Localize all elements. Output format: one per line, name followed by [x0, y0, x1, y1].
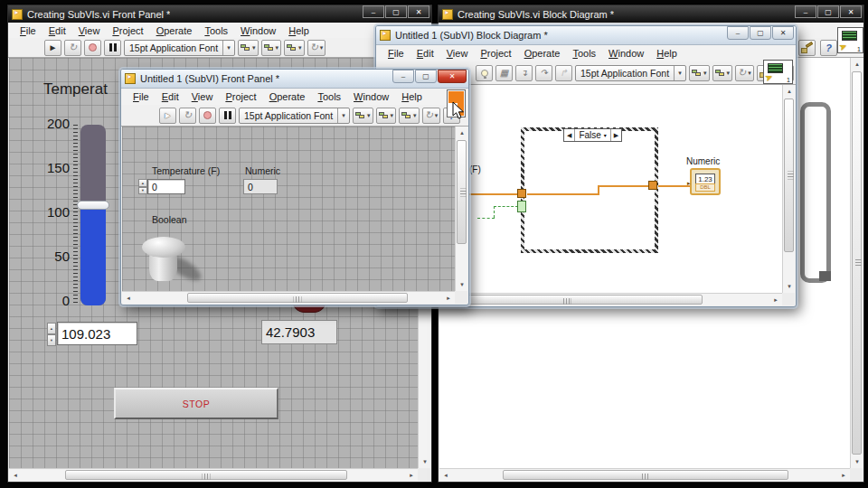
- resize-grip[interactable]: [850, 468, 863, 481]
- menu-project[interactable]: Project: [106, 25, 149, 36]
- titlebar[interactable]: Creating SubVIs.vi Block Diagram *: [439, 5, 863, 23]
- temperature-spinner[interactable]: ▴▾: [138, 179, 147, 194]
- titlebar[interactable]: Creating SubVIs.vi Front Panel *: [8, 5, 431, 23]
- distribute-objects-dropdown[interactable]: ▾: [376, 108, 397, 124]
- menu-window[interactable]: Window: [602, 48, 650, 59]
- numeric-indicator-terminal[interactable]: ▸ 1.23 DBL: [690, 168, 721, 195]
- reorder-dropdown[interactable]: ▾: [307, 40, 326, 56]
- step-over-button[interactable]: [535, 65, 552, 81]
- minimize-icon[interactable]: [363, 5, 384, 18]
- temperature-control[interactable]: 0: [147, 179, 185, 194]
- vi-connector-icon[interactable]: ➤ 1: [763, 60, 793, 84]
- case-selector[interactable]: ◀ False▾ ▶: [563, 128, 622, 142]
- menu-edit[interactable]: Edit: [410, 48, 440, 59]
- minimize-icon[interactable]: [727, 26, 749, 40]
- menu-help[interactable]: Help: [650, 48, 684, 59]
- font-selector[interactable]: 15pt Application Font▾: [124, 40, 235, 56]
- align-objects-dropdown[interactable]: ▾: [689, 65, 710, 81]
- menu-project[interactable]: Project: [474, 48, 517, 59]
- pause-button[interactable]: [104, 40, 121, 56]
- menu-tools[interactable]: Tools: [198, 25, 234, 36]
- numeric-spinner[interactable]: ▴▾: [47, 323, 56, 346]
- boolean-input-tunnel[interactable]: [517, 201, 526, 212]
- boolean-push-button[interactable]: [142, 237, 223, 291]
- abort-button[interactable]: [84, 40, 101, 56]
- close-icon[interactable]: [438, 70, 467, 83]
- menu-help[interactable]: Help: [282, 25, 316, 36]
- horizontal-scrollbar[interactable]: ◂ ▸: [9, 468, 418, 481]
- maximize-icon[interactable]: [385, 5, 407, 18]
- abort-button[interactable]: [199, 108, 216, 124]
- reorder-dropdown[interactable]: ▾: [735, 65, 754, 81]
- resize-objects-dropdown[interactable]: ▾: [399, 108, 420, 124]
- distribute-objects-dropdown[interactable]: ▾: [261, 40, 282, 56]
- run-continuous-button[interactable]: [64, 40, 81, 56]
- resize-objects-dropdown[interactable]: ▾: [284, 40, 305, 56]
- case-input-tunnel[interactable]: [517, 189, 526, 198]
- retain-wire-values-button[interactable]: [495, 65, 513, 81]
- slider-handle[interactable]: [77, 201, 109, 210]
- cleanup-diagram-button[interactable]: [798, 40, 816, 56]
- align-objects-dropdown[interactable]: ▾: [238, 40, 259, 56]
- maximize-icon[interactable]: [817, 5, 839, 18]
- case-output-tunnel[interactable]: [648, 181, 657, 190]
- menu-edit[interactable]: Edit: [156, 91, 185, 102]
- menu-tools[interactable]: Tools: [311, 91, 347, 102]
- menu-view[interactable]: View: [440, 48, 475, 59]
- reorder-dropdown[interactable]: ▾: [422, 108, 441, 124]
- vertical-scrollbar[interactable]: ▴ ▾: [455, 127, 467, 291]
- vertical-scrollbar[interactable]: ▴ ▾: [850, 58, 863, 468]
- run-continuous-button[interactable]: [179, 108, 196, 124]
- temperature-value-control[interactable]: 109.023: [57, 322, 137, 345]
- menu-file[interactable]: File: [382, 48, 410, 59]
- minimize-icon[interactable]: [795, 5, 816, 18]
- previous-case-icon[interactable]: ◀: [564, 132, 574, 139]
- resize-grip[interactable]: [782, 293, 795, 305]
- menu-window[interactable]: Window: [234, 25, 282, 36]
- distribute-objects-dropdown[interactable]: ▾: [712, 65, 733, 81]
- mouse-cursor: [452, 101, 466, 120]
- pause-button[interactable]: [219, 108, 236, 124]
- vi-connector-icon[interactable]: ➤ 1: [837, 27, 863, 53]
- minimize-icon[interactable]: [392, 70, 414, 83]
- horizontal-scrollbar[interactable]: ◂ ▸: [122, 291, 455, 304]
- font-selector[interactable]: 15pt Application Font▾: [239, 108, 350, 124]
- labview-icon: [380, 30, 391, 41]
- menu-help[interactable]: Help: [395, 91, 429, 102]
- titlebar[interactable]: Untitled 1 (SubVI) Front Panel *: [121, 70, 468, 89]
- menu-project[interactable]: Project: [219, 91, 262, 102]
- font-selector[interactable]: 15pt Application Font▾: [575, 65, 686, 81]
- menu-view[interactable]: View: [72, 25, 107, 36]
- close-icon[interactable]: [408, 5, 429, 18]
- menu-operate[interactable]: Operate: [263, 91, 312, 102]
- menu-file[interactable]: File: [14, 25, 42, 36]
- menu-operate[interactable]: Operate: [150, 25, 199, 36]
- close-icon[interactable]: [840, 5, 862, 18]
- maximize-icon[interactable]: [415, 70, 437, 83]
- vertical-scrollbar[interactable]: ▴ ▾: [782, 85, 795, 293]
- resize-grip[interactable]: [455, 291, 467, 304]
- maximize-icon[interactable]: [750, 26, 771, 40]
- highlight-execution-button[interactable]: [476, 65, 493, 81]
- close-icon[interactable]: [772, 26, 794, 40]
- menu-window[interactable]: Window: [347, 91, 395, 102]
- step-into-button[interactable]: [515, 65, 533, 81]
- temperature-slider[interactable]: [80, 125, 106, 305]
- menu-tools[interactable]: Tools: [566, 48, 602, 59]
- horizontal-scrollbar[interactable]: ◂ ▸: [439, 468, 850, 481]
- stop-button[interactable]: STOP: [114, 388, 278, 419]
- run-button[interactable]: [159, 108, 176, 124]
- run-button[interactable]: [44, 40, 61, 56]
- align-objects-dropdown[interactable]: ▾: [353, 108, 373, 124]
- menu-operate[interactable]: Operate: [518, 48, 567, 59]
- menu-view[interactable]: View: [185, 91, 220, 102]
- resize-grip[interactable]: [418, 468, 430, 481]
- next-case-icon[interactable]: ▶: [611, 132, 621, 139]
- menu-file[interactable]: File: [127, 91, 156, 102]
- case-structure[interactable]: [521, 127, 658, 253]
- step-out-button[interactable]: [555, 65, 572, 81]
- boolean-wire-segment: [494, 206, 495, 218]
- context-help-button[interactable]: [820, 40, 837, 56]
- menu-edit[interactable]: Edit: [42, 25, 72, 36]
- titlebar[interactable]: Untitled 1 (SubVI) Block Diagram *: [376, 26, 796, 45]
